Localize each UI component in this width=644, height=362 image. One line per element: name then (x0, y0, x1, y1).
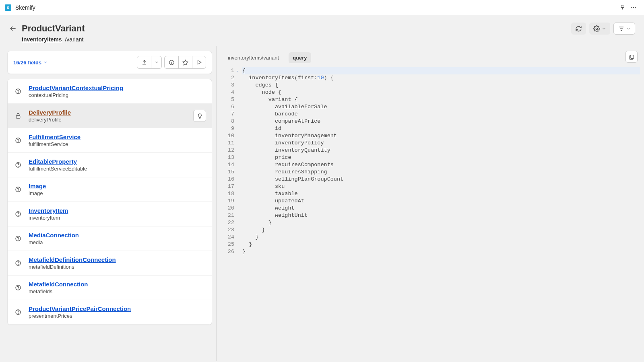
svg-rect-7 (16, 115, 20, 118)
svg-point-19 (18, 264, 18, 265)
run-button[interactable] (192, 56, 206, 68)
fields-count-label: 16/26 fields (13, 60, 41, 66)
svg-point-3 (596, 28, 597, 29)
field-name-label: presentmentPrices (29, 313, 131, 319)
info-button[interactable] (165, 56, 178, 68)
help-icon (14, 284, 22, 291)
field-row[interactable]: ProductVariantContextualPricingcontextua… (8, 79, 212, 104)
breadcrumb-tail: /variant (65, 36, 83, 43)
more-icon[interactable] (628, 2, 639, 13)
field-name-label: contextualPricing (29, 92, 123, 98)
field-name-label: deliveryProfile (29, 117, 71, 123)
page-title: ProductVariant (22, 23, 85, 34)
titlebar: S Skemify (0, 0, 644, 15)
field-type-link[interactable]: FulfillmentService (29, 134, 80, 140)
field-type-link[interactable]: ProductVariantContextualPricing (29, 84, 123, 91)
help-icon (14, 88, 22, 95)
field-name-label: media (29, 239, 79, 245)
fields-toolbar: 16/26 fields (7, 51, 212, 74)
bulb-button[interactable] (193, 110, 206, 122)
tab-path[interactable]: inventoryItems/variant (224, 52, 283, 63)
lock-icon (14, 113, 22, 119)
export-dropdown[interactable] (151, 56, 161, 68)
svg-point-6 (18, 93, 18, 93)
svg-rect-24 (631, 55, 634, 58)
chevron-down-icon (43, 60, 48, 65)
help-icon (14, 235, 22, 242)
copy-button[interactable] (625, 51, 638, 63)
svg-point-17 (18, 240, 18, 240)
editor-tabs: inventoryItems/variant query (224, 50, 640, 67)
field-row[interactable]: MediaConnectionmedia (8, 226, 212, 251)
star-button[interactable] (178, 56, 192, 68)
fields-count-dropdown[interactable]: 16/26 fields (13, 60, 48, 66)
breadcrumb-link[interactable]: inventoryItems (22, 36, 62, 43)
field-type-link[interactable]: EditableProperty (29, 158, 87, 165)
breadcrumb: inventoryItems /variant (9, 36, 635, 43)
field-name-label: fulfillmentService (29, 141, 80, 147)
help-icon (14, 162, 22, 168)
export-button[interactable] (137, 56, 151, 68)
field-row[interactable]: EditablePropertyfulfillmentServiceEditab… (8, 153, 212, 177)
help-icon (14, 137, 22, 144)
svg-point-2 (635, 7, 636, 8)
field-row[interactable]: Imageimage (8, 177, 212, 202)
pin-icon[interactable] (617, 2, 628, 13)
svg-point-13 (18, 191, 18, 191)
field-name-label: metafieldDefinitions (29, 264, 116, 270)
field-row[interactable]: ProductVariantPricePairConnectionpresent… (8, 300, 212, 325)
help-icon (14, 211, 22, 217)
field-type-link[interactable]: MetafieldConnection (29, 281, 88, 288)
svg-point-0 (631, 7, 632, 8)
refresh-button[interactable] (571, 23, 586, 35)
help-icon (14, 260, 22, 266)
filter-button[interactable] (613, 23, 635, 35)
field-type-link[interactable]: ProductVariantPricePairConnection (29, 305, 131, 312)
page-header: ProductVariant inventoryItems /variant (0, 15, 644, 46)
svg-point-15 (18, 215, 18, 216)
tab-query[interactable]: query (289, 52, 311, 63)
app-name: Skemify (15, 4, 35, 11)
fields-list: ProductVariantContextualPricingcontextua… (7, 79, 212, 325)
code-editor[interactable]: 1▾23456789101112131415161718192021222324… (224, 67, 640, 255)
field-type-link[interactable]: MediaConnection (29, 232, 79, 239)
field-name-label: fulfillmentServiceEditable (29, 166, 87, 172)
field-type-link[interactable]: Image (29, 183, 46, 189)
field-row[interactable]: MetafieldConnectionmetafields (8, 276, 212, 300)
svg-point-21 (18, 289, 18, 289)
svg-point-23 (18, 313, 18, 314)
field-row[interactable]: DeliveryProfiledeliveryProfile (8, 104, 212, 128)
field-type-link[interactable]: MetafieldDefinitionConnection (29, 256, 116, 263)
field-row[interactable]: MetafieldDefinitionConnectionmetafieldDe… (8, 251, 212, 276)
field-row[interactable]: FulfillmentServicefulfillmentService (8, 128, 212, 153)
field-row[interactable]: InventoryIteminventoryItem (8, 202, 212, 226)
field-name-label: metafields (29, 288, 88, 294)
help-icon (14, 309, 22, 315)
svg-point-9 (18, 142, 18, 142)
svg-point-11 (18, 166, 18, 167)
help-icon (14, 186, 22, 193)
field-type-link[interactable]: DeliveryProfile (29, 109, 71, 116)
svg-point-1 (633, 7, 634, 8)
field-name-label: image (29, 190, 46, 196)
field-type-link[interactable]: InventoryItem (29, 207, 68, 214)
settings-button[interactable] (589, 23, 610, 35)
field-name-label: inventoryItem (29, 215, 68, 221)
back-button[interactable] (9, 25, 18, 33)
app-icon: S (5, 4, 11, 11)
